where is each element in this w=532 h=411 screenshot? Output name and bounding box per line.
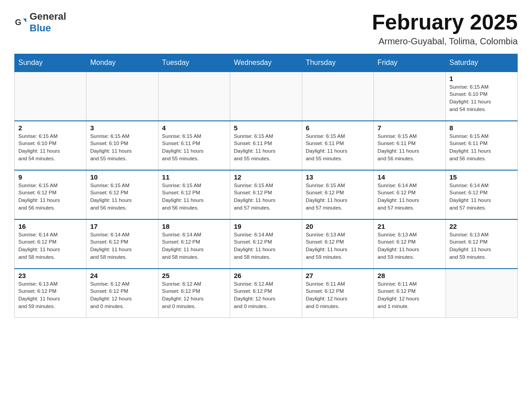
day-number: 2 — [18, 124, 82, 132]
day-info: Sunrise: 6:13 AM Sunset: 6:12 PM Dayligh… — [306, 231, 370, 261]
day-number: 28 — [378, 272, 442, 279]
calendar-table: SundayMondayTuesdayWednesdayThursdayFrid… — [14, 54, 518, 318]
calendar-cell: 22Sunrise: 6:13 AM Sunset: 6:12 PM Dayli… — [446, 219, 517, 269]
calendar-cell — [15, 72, 86, 121]
day-number: 1 — [450, 75, 514, 82]
calendar-cell — [230, 72, 302, 121]
day-info: Sunrise: 6:15 AM Sunset: 6:12 PM Dayligh… — [162, 182, 226, 212]
day-number: 14 — [378, 173, 442, 181]
calendar-cell: 12Sunrise: 6:15 AM Sunset: 6:12 PM Dayli… — [230, 170, 302, 219]
calendar-cell — [374, 72, 446, 121]
day-info: Sunrise: 6:11 AM Sunset: 6:12 PM Dayligh… — [306, 280, 370, 310]
day-info: Sunrise: 6:14 AM Sunset: 6:12 PM Dayligh… — [234, 231, 298, 261]
calendar-cell: 2Sunrise: 6:15 AM Sunset: 6:10 PM Daylig… — [15, 121, 86, 170]
calendar-cell: 14Sunrise: 6:14 AM Sunset: 6:12 PM Dayli… — [374, 170, 446, 219]
calendar-cell: 17Sunrise: 6:14 AM Sunset: 6:12 PM Dayli… — [86, 219, 158, 269]
week-row-4: 16Sunrise: 6:14 AM Sunset: 6:12 PM Dayli… — [15, 219, 518, 269]
day-number: 16 — [18, 223, 82, 230]
week-row-1: 1Sunrise: 6:15 AM Sunset: 6:10 PM Daylig… — [15, 72, 518, 121]
calendar-cell: 5Sunrise: 6:15 AM Sunset: 6:11 PM Daylig… — [230, 121, 302, 170]
day-info: Sunrise: 6:13 AM Sunset: 6:12 PM Dayligh… — [378, 231, 442, 261]
svg-marker-1 — [23, 19, 26, 22]
day-info: Sunrise: 6:15 AM Sunset: 6:11 PM Dayligh… — [306, 133, 370, 163]
weekday-header-sunday: Sunday — [15, 54, 86, 72]
week-row-2: 2Sunrise: 6:15 AM Sunset: 6:10 PM Daylig… — [15, 121, 518, 170]
weekday-header-friday: Friday — [374, 54, 446, 72]
day-info: Sunrise: 6:15 AM Sunset: 6:11 PM Dayligh… — [450, 133, 514, 163]
calendar-cell: 7Sunrise: 6:15 AM Sunset: 6:11 PM Daylig… — [374, 121, 446, 170]
day-number: 15 — [450, 173, 514, 181]
day-info: Sunrise: 6:15 AM Sunset: 6:10 PM Dayligh… — [18, 133, 82, 163]
calendar-cell: 6Sunrise: 6:15 AM Sunset: 6:11 PM Daylig… — [302, 121, 373, 170]
calendar-cell: 3Sunrise: 6:15 AM Sunset: 6:10 PM Daylig… — [86, 121, 158, 170]
calendar-cell: 16Sunrise: 6:14 AM Sunset: 6:12 PM Dayli… — [15, 219, 86, 269]
calendar-cell: 19Sunrise: 6:14 AM Sunset: 6:12 PM Dayli… — [230, 219, 302, 269]
calendar-cell: 23Sunrise: 6:13 AM Sunset: 6:12 PM Dayli… — [15, 269, 86, 318]
day-number: 5 — [234, 124, 298, 132]
day-info: Sunrise: 6:15 AM Sunset: 6:12 PM Dayligh… — [18, 182, 82, 212]
weekday-header-row: SundayMondayTuesdayWednesdayThursdayFrid… — [15, 54, 518, 72]
day-number: 6 — [306, 124, 370, 132]
logo-icon: G — [14, 16, 27, 29]
weekday-header-saturday: Saturday — [446, 54, 517, 72]
day-info: Sunrise: 6:12 AM Sunset: 6:12 PM Dayligh… — [162, 280, 226, 310]
calendar-cell — [302, 72, 373, 121]
weekday-header-wednesday: Wednesday — [230, 54, 302, 72]
day-info: Sunrise: 6:13 AM Sunset: 6:12 PM Dayligh… — [450, 231, 514, 261]
day-number: 13 — [306, 173, 370, 181]
calendar-cell: 25Sunrise: 6:12 AM Sunset: 6:12 PM Dayli… — [158, 269, 230, 318]
day-number: 18 — [162, 223, 226, 230]
calendar-cell: 26Sunrise: 6:12 AM Sunset: 6:12 PM Dayli… — [230, 269, 302, 318]
calendar-cell — [86, 72, 158, 121]
logo-text-general: General — [30, 11, 66, 22]
day-number: 10 — [90, 173, 154, 181]
day-info: Sunrise: 6:15 AM Sunset: 6:11 PM Dayligh… — [378, 133, 442, 163]
weekday-header-monday: Monday — [86, 54, 158, 72]
day-number: 27 — [306, 272, 370, 279]
day-number: 9 — [18, 173, 82, 181]
day-number: 11 — [162, 173, 226, 181]
calendar-cell — [158, 72, 230, 121]
calendar-cell: 8Sunrise: 6:15 AM Sunset: 6:11 PM Daylig… — [446, 121, 517, 170]
day-info: Sunrise: 6:12 AM Sunset: 6:12 PM Dayligh… — [90, 280, 154, 310]
day-info: Sunrise: 6:15 AM Sunset: 6:12 PM Dayligh… — [90, 182, 154, 212]
day-info: Sunrise: 6:15 AM Sunset: 6:10 PM Dayligh… — [90, 133, 154, 163]
day-number: 25 — [162, 272, 226, 279]
calendar-cell: 18Sunrise: 6:14 AM Sunset: 6:12 PM Dayli… — [158, 219, 230, 269]
calendar-cell: 27Sunrise: 6:11 AM Sunset: 6:12 PM Dayli… — [302, 269, 373, 318]
weekday-header-tuesday: Tuesday — [158, 54, 230, 72]
day-info: Sunrise: 6:15 AM Sunset: 6:11 PM Dayligh… — [162, 133, 226, 163]
day-number: 23 — [18, 272, 82, 279]
day-number: 19 — [234, 223, 298, 230]
day-info: Sunrise: 6:12 AM Sunset: 6:12 PM Dayligh… — [234, 280, 298, 310]
day-info: Sunrise: 6:14 AM Sunset: 6:12 PM Dayligh… — [162, 231, 226, 261]
calendar-cell: 10Sunrise: 6:15 AM Sunset: 6:12 PM Dayli… — [86, 170, 158, 219]
day-number: 4 — [162, 124, 226, 132]
logo-text-blue: Blue — [30, 22, 51, 34]
day-number: 26 — [234, 272, 298, 279]
calendar-cell: 28Sunrise: 6:11 AM Sunset: 6:12 PM Dayli… — [374, 269, 446, 318]
day-number: 22 — [450, 223, 514, 230]
day-number: 21 — [378, 223, 442, 230]
calendar-cell: 24Sunrise: 6:12 AM Sunset: 6:12 PM Dayli… — [86, 269, 158, 318]
day-info: Sunrise: 6:13 AM Sunset: 6:12 PM Dayligh… — [18, 280, 82, 310]
day-info: Sunrise: 6:15 AM Sunset: 6:12 PM Dayligh… — [234, 182, 298, 212]
calendar-cell: 11Sunrise: 6:15 AM Sunset: 6:12 PM Dayli… — [158, 170, 230, 219]
calendar-cell: 1Sunrise: 6:15 AM Sunset: 6:10 PM Daylig… — [446, 72, 517, 121]
page-header: G General Blue February 2025 Armero-Guya… — [14, 11, 518, 47]
week-row-3: 9Sunrise: 6:15 AM Sunset: 6:12 PM Daylig… — [15, 170, 518, 219]
svg-text:G: G — [15, 18, 21, 27]
title-section: February 2025 Armero-Guyabal, Tolima, Co… — [372, 11, 518, 47]
week-row-5: 23Sunrise: 6:13 AM Sunset: 6:12 PM Dayli… — [15, 269, 518, 318]
day-number: 7 — [378, 124, 442, 132]
day-info: Sunrise: 6:11 AM Sunset: 6:12 PM Dayligh… — [378, 280, 442, 310]
day-info: Sunrise: 6:14 AM Sunset: 6:12 PM Dayligh… — [450, 182, 514, 212]
weekday-header-thursday: Thursday — [302, 54, 373, 72]
logo-wordmark: General Blue — [30, 11, 66, 34]
day-info: Sunrise: 6:15 AM Sunset: 6:10 PM Dayligh… — [450, 83, 514, 113]
day-number: 3 — [90, 124, 154, 132]
calendar-cell: 4Sunrise: 6:15 AM Sunset: 6:11 PM Daylig… — [158, 121, 230, 170]
day-number: 24 — [90, 272, 154, 279]
calendar-cell: 9Sunrise: 6:15 AM Sunset: 6:12 PM Daylig… — [15, 170, 86, 219]
day-info: Sunrise: 6:14 AM Sunset: 6:12 PM Dayligh… — [90, 231, 154, 261]
